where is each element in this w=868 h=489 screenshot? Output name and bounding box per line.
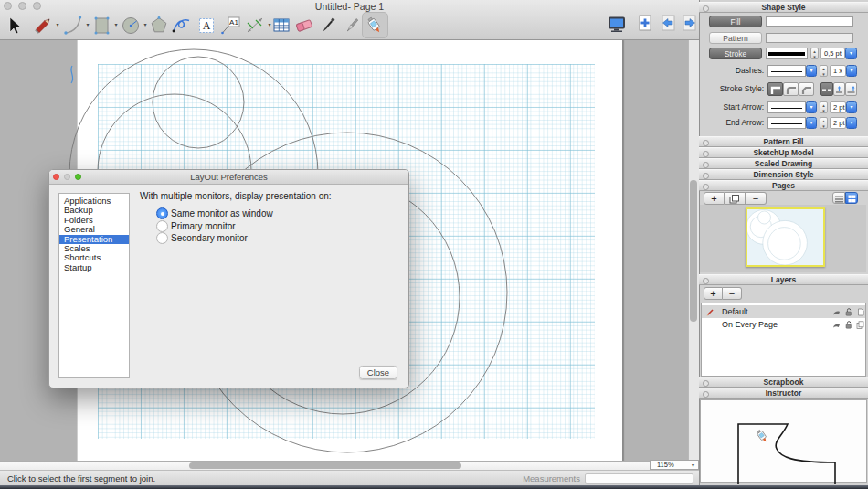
delete-page-button[interactable]: −	[746, 192, 767, 205]
page-list-view-button[interactable]	[832, 192, 845, 204]
layers-title: Layers	[771, 275, 796, 284]
start-arrow-preview[interactable]	[767, 101, 806, 113]
stroke-cap-square-button[interactable]	[845, 82, 857, 96]
radio-primary-monitor[interactable]	[156, 220, 168, 232]
vertical-scrollbar-thumb[interactable]	[690, 180, 697, 322]
layer-all-pages-icon[interactable]	[856, 321, 864, 329]
pattern-button[interactable]: Pattern	[709, 32, 762, 44]
start-presentation-button[interactable]	[607, 16, 627, 34]
shape-style-header[interactable]: Shape Style	[699, 2, 868, 13]
stroke-join-round-button[interactable]	[783, 82, 799, 96]
end-arrow-dropdown[interactable]: ▾	[806, 117, 817, 129]
close-button[interactable]: Close	[359, 366, 397, 379]
text-tool-button[interactable]: A	[195, 14, 218, 37]
arc-icon	[61, 14, 85, 37]
start-arrow-dropdown[interactable]: ▾	[806, 101, 817, 113]
label-tool-button[interactable]: A1	[218, 14, 242, 37]
start-arrow-size-dropdown[interactable]: ▾	[846, 101, 857, 113]
disclosure-icon	[703, 151, 709, 157]
dashes-scale-dropdown[interactable]: ▾	[846, 65, 857, 77]
measurements-label: Measurements	[493, 471, 580, 486]
stroke-width-stepper[interactable]: ▴▾	[810, 48, 819, 59]
layers-header[interactable]: Layers	[699, 274, 868, 285]
dashes-dropdown[interactable]: ▾	[806, 65, 817, 77]
dialog-minimize-button[interactable]	[64, 174, 70, 180]
category-startup[interactable]: Startup	[59, 263, 129, 272]
instructor-header[interactable]: Instructor	[699, 388, 868, 399]
fill-button[interactable]: Fill	[709, 16, 762, 27]
sketchup-model-header[interactable]: SketchUp Model	[699, 147, 868, 158]
pattern-well[interactable]	[766, 33, 853, 43]
window-close-button[interactable]	[4, 2, 12, 10]
layer-row-on-every-page[interactable]: On Every Page	[702, 318, 865, 331]
dimension-tool-button[interactable]	[243, 14, 267, 37]
layer-row-default[interactable]: Default	[702, 305, 865, 318]
zoom-control[interactable]: 115% ▾	[650, 460, 699, 470]
layer-share-icon[interactable]	[832, 322, 841, 329]
window-minimize-button[interactable]	[18, 2, 26, 10]
add-layer-button[interactable]: +	[704, 287, 723, 300]
next-page-button[interactable]	[681, 14, 699, 34]
freehand-icon	[170, 14, 194, 37]
dashes-preview[interactable]	[767, 65, 806, 77]
pattern-fill-header[interactable]: Pattern Fill	[699, 136, 868, 147]
stroke-preview-well[interactable]	[766, 48, 808, 59]
add-page-button[interactable]	[636, 14, 654, 34]
dashes-stepper[interactable]: ▴▾	[820, 65, 828, 77]
start-arrow-size[interactable]: 2 pt	[830, 101, 846, 113]
stroke-width-value[interactable]: 0,5 pt	[820, 48, 845, 59]
duplicate-page-button[interactable]	[725, 192, 746, 205]
style-tool-button[interactable]	[316, 14, 340, 37]
layer-share-icon[interactable]	[832, 309, 841, 316]
table-tool-button[interactable]	[270, 14, 293, 37]
select-tool-button[interactable]	[3, 14, 26, 37]
pattern-fill-title: Pattern Fill	[764, 137, 804, 146]
dialog-close-button[interactable]	[53, 174, 59, 180]
page-grid-view-button[interactable]	[845, 192, 858, 204]
stroke-join-miter-button[interactable]	[767, 82, 783, 96]
measurements-input[interactable]	[585, 473, 693, 484]
line-tool-button[interactable]	[31, 14, 55, 37]
previous-page-button[interactable]	[659, 14, 677, 34]
end-arrow-preview[interactable]	[767, 117, 806, 129]
delete-layer-button[interactable]: −	[723, 287, 742, 300]
horizontal-scrollbar[interactable]	[0, 461, 699, 470]
start-arrow-stepper[interactable]: ▴▾	[820, 101, 828, 113]
line-tool-dropdown-arrow[interactable]: ▾	[54, 21, 61, 28]
horizontal-scrollbar-thumb[interactable]	[189, 462, 461, 469]
rectangle-tool-button[interactable]	[90, 14, 114, 37]
layer-unlocked-icon[interactable]	[845, 308, 852, 316]
pages-header[interactable]: Pages	[699, 180, 868, 191]
layer-unlocked-icon[interactable]	[845, 321, 852, 329]
polygon-tool-button[interactable]	[147, 14, 171, 37]
window-zoom-button[interactable]	[33, 2, 41, 10]
preferences-category-list[interactable]: Applications Backup Folders General Pres…	[58, 193, 130, 378]
arc-tool-button[interactable]	[61, 14, 85, 37]
pen-style-tool-button[interactable]	[340, 14, 364, 37]
category-general[interactable]: General	[59, 225, 129, 234]
scaled-drawing-header[interactable]: Scaled Drawing	[699, 158, 868, 169]
end-arrow-size-dropdown[interactable]: ▾	[846, 117, 857, 129]
add-page-list-button[interactable]: +	[704, 192, 725, 205]
circle-tool-button[interactable]	[119, 14, 143, 37]
scrapbook-header[interactable]: Scrapbook	[699, 377, 868, 388]
radio-same-monitor[interactable]	[156, 207, 168, 219]
end-arrow-stepper[interactable]: ▴▾	[820, 117, 828, 129]
page-thumbnail[interactable]	[746, 207, 825, 267]
join-tool-button[interactable]	[363, 14, 386, 37]
erase-tool-button[interactable]	[292, 14, 316, 37]
stroke-join-bevel-button[interactable]	[799, 82, 814, 96]
stroke-cap-butt-button[interactable]	[820, 82, 833, 96]
radio-secondary-monitor[interactable]	[156, 232, 168, 244]
freehand-tool-button[interactable]	[170, 14, 194, 37]
dimension-style-header[interactable]: Dimension Style	[699, 169, 868, 180]
end-arrow-size[interactable]: 2 pt	[830, 117, 846, 129]
dashes-scale-value[interactable]: 1 x	[830, 65, 846, 77]
page-thumbnail-preview	[747, 209, 823, 265]
stroke-cap-round-button[interactable]	[833, 82, 845, 96]
dialog-zoom-button[interactable]	[75, 174, 81, 180]
stroke-button[interactable]: Stroke	[709, 48, 762, 59]
fill-color-well[interactable]	[766, 16, 853, 27]
stroke-width-dropdown[interactable]: ▾	[845, 48, 857, 59]
layer-single-page-icon[interactable]	[857, 308, 864, 316]
